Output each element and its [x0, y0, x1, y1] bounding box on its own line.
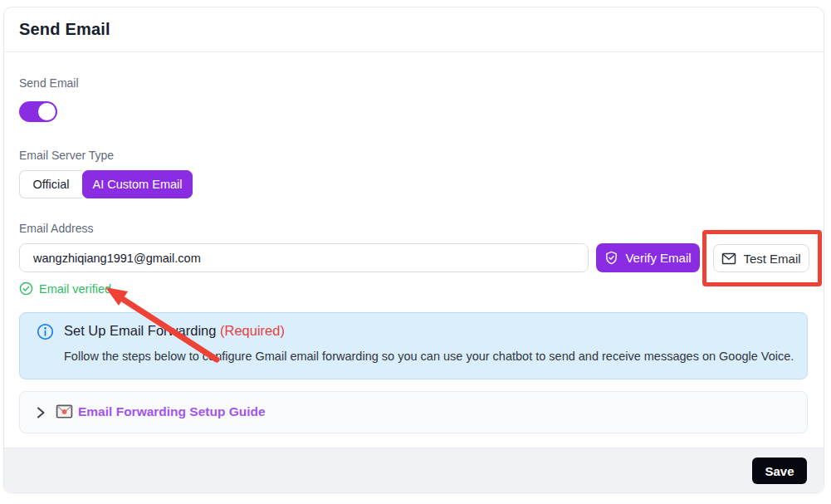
segment-ai-custom-email[interactable]: AI Custom Email [82, 170, 193, 198]
settings-card: Send Email Send Email Email Server Type … [3, 7, 824, 493]
shield-check-icon [604, 251, 618, 265]
segment-ai-custom-email-label: AI Custom Email [93, 178, 183, 191]
send-email-toggle[interactable] [19, 101, 57, 122]
info-title-text: Set Up Email Forwarding [64, 323, 216, 338]
test-email-button[interactable]: Test Email [713, 244, 809, 272]
toggle-knob [38, 103, 56, 120]
email-address-label: Email Address [19, 222, 93, 235]
info-box-description: Follow the steps below to configure Gmai… [64, 350, 794, 363]
send-email-label: Send Email [19, 76, 79, 90]
card-footer: Save [4, 448, 824, 492]
verify-email-button-label: Verify Email [625, 251, 691, 265]
verify-email-button[interactable]: Verify Email [596, 243, 700, 272]
info-circle-icon [37, 323, 54, 340]
envelope-icon [721, 252, 736, 265]
guide-title: Email Forwarding Setup Guide [78, 404, 266, 419]
check-circle-icon [19, 281, 33, 296]
send-email-settings-page: Send Email Send Email Email Server Type … [0, 0, 831, 504]
email-verified-status: Email verified [19, 281, 111, 296]
info-box-title: Set Up Email Forwarding (Required) [64, 323, 285, 339]
email-server-type-segmented-control: Official AI Custom Email [19, 170, 193, 198]
segment-official-label: Official [32, 178, 69, 191]
test-email-button-label: Test Email [743, 252, 800, 266]
email-server-type-label: Email Server Type [19, 149, 114, 162]
required-tag: (Required) [220, 323, 285, 338]
page-title: Send Email [19, 20, 110, 39]
email-forwarding-setup-guide-collapse[interactable]: Email Forwarding Setup Guide [19, 391, 808, 433]
save-button[interactable]: Save [752, 458, 807, 484]
email-forwarding-info-box: Set Up Email Forwarding (Required) Follo… [19, 312, 808, 379]
email-address-input[interactable] [19, 243, 589, 272]
chevron-right-icon [35, 405, 46, 420]
card-header: Send Email [4, 7, 824, 52]
email-envelope-icon [56, 404, 73, 418]
email-verified-text: Email verified [39, 282, 111, 296]
segment-official[interactable]: Official [19, 170, 82, 198]
